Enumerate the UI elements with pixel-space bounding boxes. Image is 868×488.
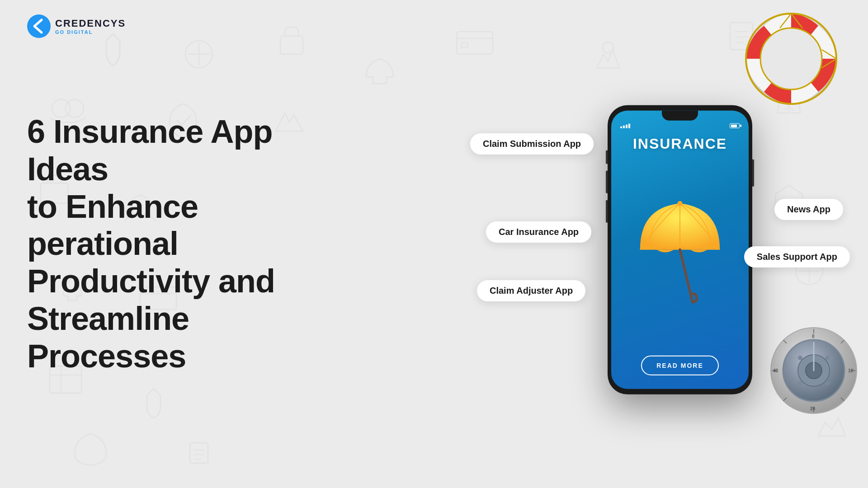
signal-bar-1 <box>620 126 622 128</box>
title-line3: Productivity and <box>27 263 275 299</box>
svg-point-0 <box>185 41 212 68</box>
logo-tagline: GO DIGITAL <box>55 29 126 35</box>
svg-text:40: 40 <box>773 368 778 373</box>
phone-status-bar <box>611 121 749 131</box>
signal-bar-3 <box>626 124 627 128</box>
svg-text:10: 10 <box>848 368 854 373</box>
read-more-button[interactable]: READ MORE <box>641 356 719 375</box>
left-content: 6 Insurance App Ideas to Enhance peratio… <box>27 113 344 375</box>
sales-support-label: Sales Support App <box>744 246 850 267</box>
svg-point-57 <box>798 356 802 360</box>
svg-line-61 <box>680 250 693 302</box>
title-line4: Streamline Processes <box>27 300 189 374</box>
svg-text:20: 20 <box>810 406 816 411</box>
safe-dial-decoration: 0 10 20 40 <box>769 325 859 416</box>
signal-bar-4 <box>628 123 630 128</box>
claim-adjuster-label: Claim Adjuster App <box>477 280 585 301</box>
logo-text: CREDENCYS GO DIGITAL <box>55 18 126 35</box>
life-preserver-decoration <box>741 9 841 108</box>
svg-point-59 <box>798 381 802 385</box>
svg-point-62 <box>677 201 682 206</box>
logo-name: CREDENCYS <box>55 18 126 29</box>
phone-volume-down-button <box>606 200 608 223</box>
credencys-logo-icon <box>27 14 51 38</box>
signal-bars <box>620 123 630 128</box>
signal-bar-2 <box>623 125 625 128</box>
car-insurance-label: Car Insurance App <box>486 221 591 243</box>
phone-screen: INSURANCE <box>611 111 749 389</box>
battery-fill <box>731 124 737 127</box>
title-line2: to Enhance perational <box>27 188 198 262</box>
svg-text:0: 0 <box>812 334 815 339</box>
phone-notch <box>662 111 698 121</box>
phone-mockup: INSURANCE <box>608 105 752 394</box>
battery-icon <box>730 123 740 128</box>
logo-area: CREDENCYS GO DIGITAL <box>27 14 126 38</box>
news-app-label: News App <box>774 199 843 220</box>
phone-power-button <box>752 160 754 187</box>
phone-mute-button <box>606 150 608 164</box>
claim-submission-label: Claim Submission App <box>470 133 594 155</box>
title-line1: 6 Insurance App Ideas <box>27 113 272 187</box>
svg-point-60 <box>825 381 830 385</box>
main-title: 6 Insurance App Ideas to Enhance peratio… <box>27 113 344 375</box>
svg-point-58 <box>825 356 830 360</box>
umbrella-illustration <box>611 152 749 356</box>
phone-body: INSURANCE <box>608 105 752 394</box>
phone-volume-up-button <box>606 171 608 193</box>
svg-rect-25 <box>190 443 208 463</box>
phone-outer: INSURANCE <box>608 105 752 394</box>
right-area: 0 10 20 40 <box>434 0 868 488</box>
svg-rect-3 <box>280 36 303 54</box>
phone-insurance-title: INSURANCE <box>633 136 727 152</box>
svg-point-29 <box>27 14 51 38</box>
